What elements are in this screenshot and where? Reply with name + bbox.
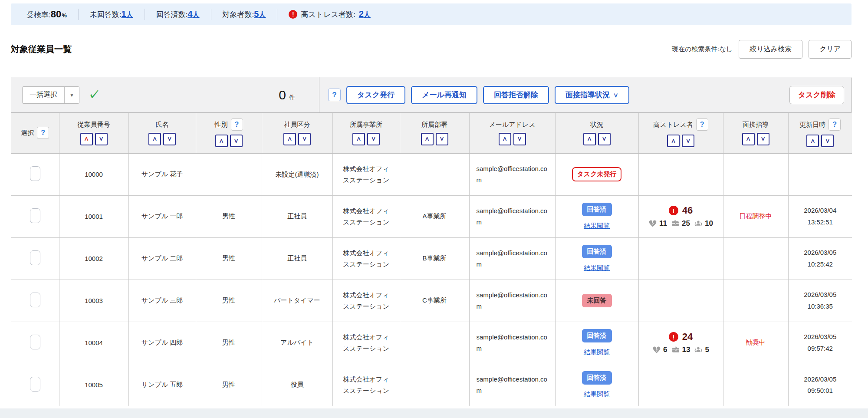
- status-badge: 回答済: [582, 245, 612, 258]
- summary-bar: 受検率: 80 % 未回答数: 1人 回答済数: 4人 対象者数: 5人 高スト…: [11, 3, 852, 25]
- bulk-select-button[interactable]: 一括選択: [23, 87, 64, 103]
- name-cell: サンプル 花子: [128, 153, 196, 195]
- sort-asc-icon[interactable]: [806, 135, 819, 147]
- selected-count-unit: 件: [289, 94, 295, 102]
- high-stress-count-link[interactable]: 2人: [359, 9, 371, 20]
- sort-desc-icon[interactable]: [163, 133, 176, 145]
- result-view-link[interactable]: 結果閲覧: [584, 222, 610, 230]
- result-view-link[interactable]: 結果閲覧: [584, 348, 610, 356]
- sort-asc-icon[interactable]: [583, 133, 596, 145]
- row-checkbox[interactable]: [30, 293, 40, 307]
- column-header-high-stress: 高ストレス者: [638, 113, 723, 153]
- category-cell: 正社員: [262, 195, 332, 237]
- sort-desc-icon[interactable]: [95, 133, 108, 145]
- row-checkbox[interactable]: [30, 166, 40, 181]
- office-cell: 株式会社オフィスステーション: [332, 280, 400, 322]
- sort-desc-icon[interactable]: [757, 133, 769, 145]
- department-cell: A事業所: [400, 195, 469, 237]
- sort-desc-icon[interactable]: [436, 133, 448, 145]
- sort-asc-icon[interactable]: [148, 133, 161, 145]
- sort-asc-icon[interactable]: [215, 135, 228, 147]
- department-cell: B事業所: [400, 237, 469, 280]
- sort-desc-icon[interactable]: [367, 133, 380, 145]
- sort-desc-icon[interactable]: [821, 135, 834, 147]
- high-stress-cell: 46 11 25 10: [638, 195, 723, 237]
- row-checkbox[interactable]: [30, 335, 40, 349]
- row-checkbox[interactable]: [30, 208, 40, 223]
- high-stress-cell: [638, 364, 723, 406]
- sort-asc-icon[interactable]: [742, 133, 755, 145]
- office-cell: 株式会社オフィスステーション: [332, 322, 400, 364]
- interview-cell: 日程調整中: [723, 195, 788, 237]
- header-row: 選択 従業員番号 氏名 性別 社員区分: [11, 113, 852, 153]
- sort-asc-icon[interactable]: [283, 133, 296, 145]
- sort-asc-icon[interactable]: [80, 133, 93, 145]
- row-checkbox[interactable]: [30, 377, 40, 392]
- select-cell: [11, 322, 59, 364]
- sort-desc-icon[interactable]: [682, 135, 694, 147]
- sort-asc-icon[interactable]: [352, 133, 365, 145]
- targets-count-link[interactable]: 5人: [254, 9, 266, 20]
- divider: [277, 9, 277, 20]
- task-issue-button[interactable]: タスク発行: [346, 86, 405, 104]
- column-header-updated: 更新日時: [788, 113, 852, 153]
- result-view-link[interactable]: 結果閲覧: [584, 390, 610, 398]
- answered-label: 回答済数:: [156, 10, 188, 20]
- clear-button[interactable]: クリア: [809, 40, 852, 59]
- interview-status-dropdown[interactable]: 面接指導状況: [555, 86, 629, 104]
- refusal-release-button[interactable]: 回答拒否解除: [483, 86, 549, 104]
- toolbar-help-icon[interactable]: [328, 89, 341, 101]
- sort-desc-icon[interactable]: [598, 133, 611, 145]
- summary-exam-rate: 受検率: 80 %: [26, 9, 67, 20]
- support-person-icon: [694, 346, 703, 354]
- result-view-link[interactable]: 結果閲覧: [584, 264, 610, 272]
- help-icon[interactable]: [829, 118, 841, 131]
- sort-asc-icon[interactable]: [421, 133, 434, 145]
- broken-heart-icon: [652, 346, 661, 354]
- gender-cell: 男性: [196, 237, 262, 280]
- category-cell: 未設定(退職済): [262, 153, 332, 195]
- updated-cell: 2026/03/0509:50:01: [788, 364, 852, 406]
- employee-number-cell: 10005: [59, 364, 128, 406]
- department-cell: C事業所: [400, 280, 469, 322]
- answered-count-link[interactable]: 4人: [187, 9, 199, 20]
- sort-desc-icon[interactable]: [298, 133, 311, 145]
- alert-icon: [289, 10, 297, 19]
- help-icon[interactable]: [696, 118, 708, 131]
- email-cell: sample@officestation.com: [469, 364, 555, 406]
- briefcase-icon: [671, 346, 680, 354]
- sort-asc-icon[interactable]: [667, 135, 680, 147]
- help-icon[interactable]: [231, 118, 243, 131]
- high-stress-cell: [638, 153, 723, 195]
- sort-desc-icon[interactable]: [230, 135, 243, 147]
- row-checkbox[interactable]: [30, 250, 40, 265]
- broken-heart-icon: [648, 219, 657, 228]
- stress-support-value: 5: [705, 346, 709, 354]
- mail-renotify-button[interactable]: メール再通知: [411, 86, 477, 104]
- exam-rate-unit: %: [62, 12, 67, 19]
- gender-cell: 男性: [196, 280, 262, 322]
- bulk-select-caret-button[interactable]: [64, 87, 79, 103]
- interview-cell: [723, 237, 788, 280]
- unanswered-count-link[interactable]: 1人: [122, 9, 133, 20]
- summary-high-stress: 高ストレス者数: 2人: [289, 9, 370, 20]
- task-delete-button[interactable]: タスク削除: [789, 86, 844, 104]
- column-header-employee-number: 従業員番号: [59, 113, 128, 153]
- interview-status: 日程調整中: [740, 212, 772, 220]
- sort-desc-icon[interactable]: [513, 133, 526, 145]
- toolbar-actions: タスク発行 メール再通知 回答拒否解除 面接指導状況: [328, 86, 629, 104]
- category-cell: 正社員: [262, 237, 332, 280]
- column-header-category: 社員区分: [262, 113, 332, 153]
- status-cell: 回答済 結果閲覧: [555, 322, 638, 364]
- updated-cell: 2026/03/0510:25:42: [788, 237, 852, 280]
- employee-table: 選択 従業員番号 氏名 性別 社員区分: [11, 113, 852, 406]
- help-icon[interactable]: [37, 127, 49, 139]
- name-cell: サンプル 一郎: [128, 195, 196, 237]
- column-header-office: 所属事業所: [332, 113, 400, 153]
- sort-asc-icon[interactable]: [499, 133, 511, 145]
- office-cell: 株式会社オフィスステーション: [332, 237, 400, 280]
- filter-search-button[interactable]: 絞り込み検索: [739, 40, 802, 59]
- select-cell: [11, 195, 59, 237]
- employee-number-cell: 10001: [59, 195, 128, 237]
- email-cell: sample@officestation.com: [469, 237, 555, 280]
